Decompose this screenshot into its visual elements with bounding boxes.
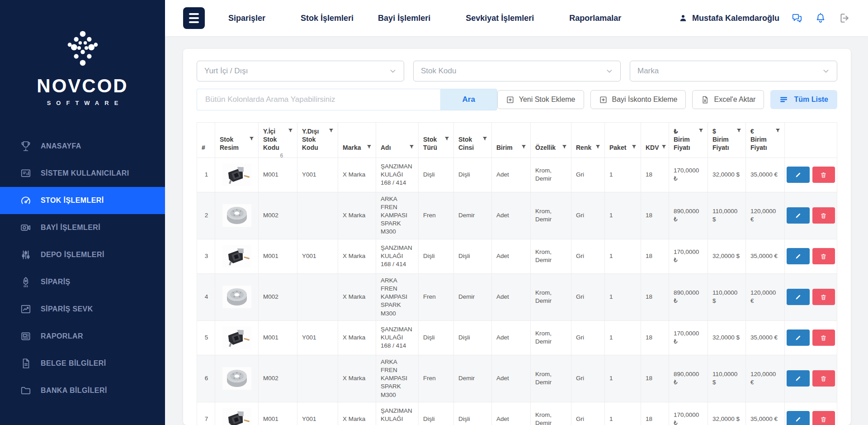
- column-header-yici_kodu: Y.İçi Stok Kodu6: [259, 123, 297, 158]
- full-list-button[interactable]: Tüm Liste: [770, 90, 837, 109]
- export-excel-button[interactable]: Excel'e Aktar: [692, 90, 764, 109]
- column-header-label: Paket: [609, 143, 626, 152]
- chevron-down-icon: [626, 15, 632, 21]
- sidebar-item-label: SİPARİŞ SEVK: [41, 305, 93, 313]
- column-header-birim: Birim: [492, 123, 531, 158]
- trash-icon: [820, 253, 827, 260]
- edit-row-button[interactable]: [787, 167, 810, 183]
- cell-num: 6: [197, 355, 215, 402]
- cell-stok_turu: Dişli: [419, 402, 454, 425]
- filter-icon[interactable]: [409, 144, 415, 150]
- sidebar-item-banka-bi-lgi-leri[interactable]: BANKA BİLGİLERİ: [0, 377, 165, 404]
- cell-stok_turu: Fren: [419, 273, 454, 320]
- nav-raporlamalar[interactable]: Raporlamalar: [569, 14, 632, 23]
- brake-drum-photo: [222, 212, 251, 219]
- brand-name: NOVCOD: [0, 75, 165, 97]
- edit-row-button[interactable]: [787, 370, 810, 387]
- cell-paket: 1: [605, 402, 641, 425]
- sidebar-item-anasayfa[interactable]: ANASAYFA: [0, 133, 165, 160]
- filter-icon[interactable]: [595, 144, 601, 150]
- column-header-ozellik: Özellik: [531, 123, 571, 158]
- cell-ozellik: Krom, Demir: [531, 158, 571, 192]
- pencil-icon: [795, 375, 802, 382]
- cell-stok_turu: Dişli: [419, 320, 454, 355]
- top-nav: SiparişlerStok İşlemleriBayi İşlemleriSe…: [228, 14, 632, 23]
- user-menu[interactable]: Mustafa Kalemdaroğlu: [679, 14, 779, 23]
- pencil-icon: [795, 294, 802, 301]
- engine-mount-photo: [222, 171, 251, 178]
- edit-row-button[interactable]: [787, 289, 810, 305]
- nav-bayi-i-lemleri[interactable]: Bayi İşlemleri: [378, 14, 441, 23]
- edit-row-button[interactable]: [787, 248, 810, 264]
- search-button[interactable]: Ara: [440, 89, 497, 110]
- cell-ozellik: Krom, Demir: [531, 273, 571, 320]
- cell-paket: 1: [605, 273, 641, 320]
- cell-renk: Gri: [571, 239, 605, 273]
- delete-row-button[interactable]: [812, 248, 835, 264]
- sidebar-item-si-pari-sevk[interactable]: SİPARİŞ SEVK: [0, 296, 165, 323]
- column-header-stok_turu: Stok Türü: [419, 123, 454, 158]
- trash-icon: [820, 334, 827, 341]
- filter-icon[interactable]: [775, 128, 781, 134]
- sidebar-item-si-stem-kullanicilari[interactable]: SİSTEM KULLANICILARI: [0, 160, 165, 187]
- filter-stok-kodu-select[interactable]: Stok Kodu: [413, 61, 621, 81]
- column-header-fiyat_eur: € Birim Fiyatı: [746, 123, 785, 158]
- cell-num: 3: [197, 239, 215, 273]
- engine-mount-photo: [222, 415, 251, 422]
- cell-marka: X Marka: [338, 355, 376, 402]
- filter-marka-select[interactable]: Marka: [630, 61, 837, 81]
- messages-icon[interactable]: [791, 12, 803, 24]
- cell-adi: ARKA FREN KAMPASI SPARK M300: [376, 192, 419, 239]
- nav-stok-i-lemleri[interactable]: Stok İşlemleri: [301, 14, 354, 23]
- filter-icon[interactable]: [736, 128, 742, 134]
- cell-yici_kodu: M001: [259, 320, 297, 355]
- filter-icon[interactable]: [521, 144, 527, 150]
- search-input[interactable]: [197, 89, 440, 110]
- filter-icon[interactable]: [288, 128, 293, 134]
- edit-row-button[interactable]: [787, 329, 810, 346]
- cell-ozellik: Krom, Demir: [531, 239, 571, 273]
- filter-icon[interactable]: [698, 128, 704, 134]
- column-header-label: Renk: [576, 143, 591, 152]
- filter-icon[interactable]: [561, 144, 567, 150]
- filter-icon[interactable]: [366, 144, 372, 150]
- sidebar-item-si-pari[interactable]: SİPARİŞ: [0, 268, 165, 296]
- filter-icon[interactable]: [661, 144, 667, 150]
- delete-row-button[interactable]: [812, 329, 835, 346]
- delete-row-button[interactable]: [812, 289, 835, 305]
- column-header-renk: Renk: [571, 123, 605, 158]
- hamburger-menu-button[interactable]: [183, 7, 205, 29]
- filter-icon[interactable]: [249, 136, 255, 142]
- logout-icon[interactable]: [838, 12, 850, 24]
- sidebar-item-belge-bi-lgi-leri[interactable]: BELGE BİLGİLERİ: [0, 350, 165, 377]
- sidebar-item-depo-i-lemleri[interactable]: DEPO İŞLEMLERİ: [0, 241, 165, 268]
- delete-row-button[interactable]: [812, 207, 835, 224]
- filter-icon[interactable]: [631, 144, 637, 150]
- main-area: SiparişlerStok İşlemleriBayi İşlemleriSe…: [165, 0, 868, 425]
- edit-row-button[interactable]: [787, 411, 810, 425]
- delete-row-button[interactable]: [812, 411, 835, 425]
- filter-yurt-ici-disi-select[interactable]: Yurt İçi / Dışı: [197, 61, 404, 81]
- trash-icon: [820, 416, 827, 423]
- delete-row-button[interactable]: [812, 167, 835, 183]
- notifications-bell-icon[interactable]: [815, 12, 826, 24]
- filter-icon[interactable]: [328, 128, 334, 134]
- edit-row-button[interactable]: [787, 207, 810, 224]
- sidebar-item-raporlar[interactable]: RAPORLAR: [0, 323, 165, 350]
- filter-icon[interactable]: [482, 136, 488, 142]
- pencil-icon: [795, 212, 802, 219]
- dealer-discount-button[interactable]: Bayi İskonto Ekleme: [590, 90, 686, 109]
- cell-stok_turu: Fren: [419, 192, 454, 239]
- sidebar-item-stok-i-lemleri[interactable]: STOK İŞLEMLERİ: [0, 187, 165, 214]
- filter-icon[interactable]: [444, 136, 450, 142]
- table-row: 6M002X MarkaARKA FREN KAMPASI SPARK M300…: [197, 355, 837, 402]
- sidebar-item-bayi-i-lemleri[interactable]: BAYİ İŞLEMLERİ: [0, 214, 165, 241]
- cell-fiyat_usd: 32,0000 $: [708, 158, 746, 192]
- delete-row-button[interactable]: [812, 370, 835, 387]
- nav-sevkiyat-i-lemleri[interactable]: Sevkiyat İşlemleri: [466, 14, 545, 23]
- cell-ydisi_kodu: Y001: [297, 239, 338, 273]
- cell-kdv: 18: [641, 355, 669, 402]
- sidebar-nav: ANASAYFASİSTEM KULLANICILARISTOK İŞLEMLE…: [0, 133, 165, 404]
- nav-sipari-ler[interactable]: Siparişler: [228, 14, 276, 23]
- new-stock-button[interactable]: Yeni Stok Ekleme: [497, 90, 584, 109]
